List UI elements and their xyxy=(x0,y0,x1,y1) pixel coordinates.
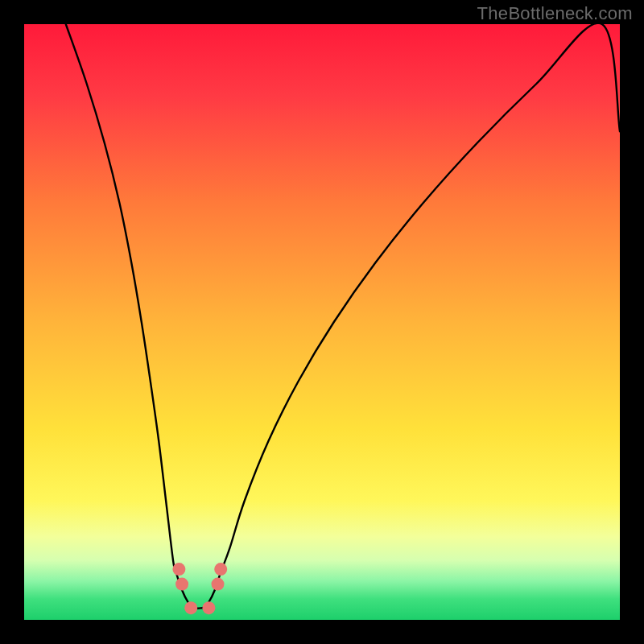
marker-left-elbow-top xyxy=(172,563,185,576)
marker-left-elbow-bottom xyxy=(175,578,188,591)
left-curve xyxy=(66,24,203,609)
curves-layer xyxy=(24,24,620,620)
right-curve xyxy=(203,24,620,608)
chart-frame: TheBottleneck.com xyxy=(0,0,644,644)
marker-valley-right xyxy=(202,601,215,614)
marker-valley-left xyxy=(184,601,197,614)
marker-layer xyxy=(172,563,227,614)
marker-right-elbow-bottom xyxy=(212,578,225,591)
marker-right-elbow-top xyxy=(214,563,227,576)
attribution-text: TheBottleneck.com xyxy=(477,3,633,24)
plot-area xyxy=(24,24,620,620)
